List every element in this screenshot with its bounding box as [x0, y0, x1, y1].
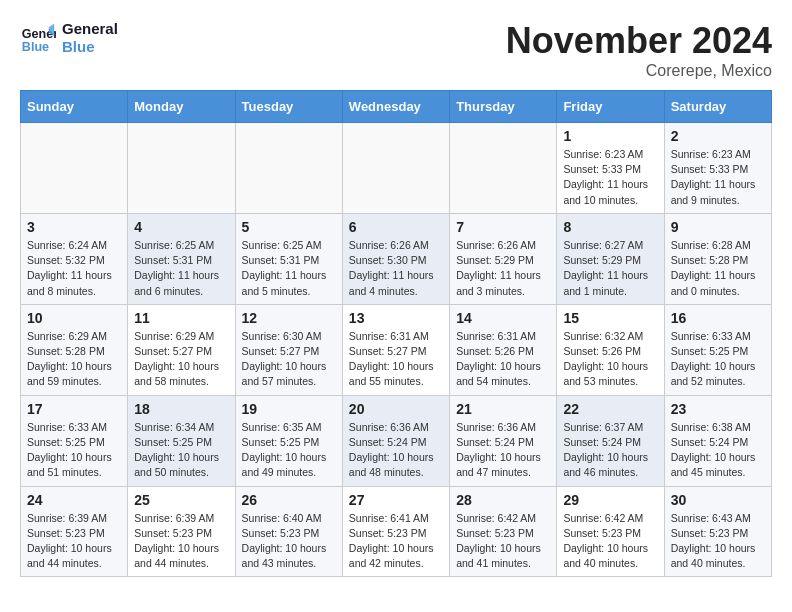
logo: General Blue General Blue	[20, 20, 118, 56]
calendar-cell	[21, 123, 128, 214]
day-number: 18	[134, 401, 228, 417]
day-info: Sunrise: 6:31 AM Sunset: 5:27 PM Dayligh…	[349, 329, 443, 390]
calendar-cell	[450, 123, 557, 214]
day-info: Sunrise: 6:36 AM Sunset: 5:24 PM Dayligh…	[349, 420, 443, 481]
calendar-cell: 19Sunrise: 6:35 AM Sunset: 5:25 PM Dayli…	[235, 395, 342, 486]
calendar-cell: 2Sunrise: 6:23 AM Sunset: 5:33 PM Daylig…	[664, 123, 771, 214]
calendar-header-wednesday: Wednesday	[342, 91, 449, 123]
day-info: Sunrise: 6:37 AM Sunset: 5:24 PM Dayligh…	[563, 420, 657, 481]
day-number: 1	[563, 128, 657, 144]
calendar-cell: 12Sunrise: 6:30 AM Sunset: 5:27 PM Dayli…	[235, 304, 342, 395]
day-number: 16	[671, 310, 765, 326]
calendar-cell: 15Sunrise: 6:32 AM Sunset: 5:26 PM Dayli…	[557, 304, 664, 395]
day-info: Sunrise: 6:26 AM Sunset: 5:29 PM Dayligh…	[456, 238, 550, 299]
day-number: 10	[27, 310, 121, 326]
day-number: 13	[349, 310, 443, 326]
day-number: 8	[563, 219, 657, 235]
day-number: 5	[242, 219, 336, 235]
calendar-header-saturday: Saturday	[664, 91, 771, 123]
day-info: Sunrise: 6:41 AM Sunset: 5:23 PM Dayligh…	[349, 511, 443, 572]
day-number: 9	[671, 219, 765, 235]
day-info: Sunrise: 6:33 AM Sunset: 5:25 PM Dayligh…	[27, 420, 121, 481]
calendar-cell: 21Sunrise: 6:36 AM Sunset: 5:24 PM Dayli…	[450, 395, 557, 486]
day-info: Sunrise: 6:26 AM Sunset: 5:30 PM Dayligh…	[349, 238, 443, 299]
calendar-cell: 1Sunrise: 6:23 AM Sunset: 5:33 PM Daylig…	[557, 123, 664, 214]
day-info: Sunrise: 6:36 AM Sunset: 5:24 PM Dayligh…	[456, 420, 550, 481]
calendar-cell: 4Sunrise: 6:25 AM Sunset: 5:31 PM Daylig…	[128, 213, 235, 304]
day-info: Sunrise: 6:40 AM Sunset: 5:23 PM Dayligh…	[242, 511, 336, 572]
logo-blue: Blue	[62, 38, 118, 56]
calendar-cell: 16Sunrise: 6:33 AM Sunset: 5:25 PM Dayli…	[664, 304, 771, 395]
calendar-week-3: 10Sunrise: 6:29 AM Sunset: 5:28 PM Dayli…	[21, 304, 772, 395]
day-number: 7	[456, 219, 550, 235]
calendar-cell: 27Sunrise: 6:41 AM Sunset: 5:23 PM Dayli…	[342, 486, 449, 577]
day-info: Sunrise: 6:33 AM Sunset: 5:25 PM Dayligh…	[671, 329, 765, 390]
day-info: Sunrise: 6:42 AM Sunset: 5:23 PM Dayligh…	[456, 511, 550, 572]
calendar-cell: 28Sunrise: 6:42 AM Sunset: 5:23 PM Dayli…	[450, 486, 557, 577]
day-info: Sunrise: 6:25 AM Sunset: 5:31 PM Dayligh…	[134, 238, 228, 299]
calendar-week-5: 24Sunrise: 6:39 AM Sunset: 5:23 PM Dayli…	[21, 486, 772, 577]
day-info: Sunrise: 6:32 AM Sunset: 5:26 PM Dayligh…	[563, 329, 657, 390]
calendar-body: 1Sunrise: 6:23 AM Sunset: 5:33 PM Daylig…	[21, 123, 772, 577]
calendar-week-1: 1Sunrise: 6:23 AM Sunset: 5:33 PM Daylig…	[21, 123, 772, 214]
calendar-header-row: SundayMondayTuesdayWednesdayThursdayFrid…	[21, 91, 772, 123]
calendar-cell: 10Sunrise: 6:29 AM Sunset: 5:28 PM Dayli…	[21, 304, 128, 395]
day-info: Sunrise: 6:25 AM Sunset: 5:31 PM Dayligh…	[242, 238, 336, 299]
month-title: November 2024	[506, 20, 772, 62]
calendar-header-sunday: Sunday	[21, 91, 128, 123]
calendar-header-friday: Friday	[557, 91, 664, 123]
day-number: 2	[671, 128, 765, 144]
day-number: 29	[563, 492, 657, 508]
day-info: Sunrise: 6:29 AM Sunset: 5:28 PM Dayligh…	[27, 329, 121, 390]
day-number: 20	[349, 401, 443, 417]
day-number: 25	[134, 492, 228, 508]
day-info: Sunrise: 6:39 AM Sunset: 5:23 PM Dayligh…	[134, 511, 228, 572]
calendar-week-2: 3Sunrise: 6:24 AM Sunset: 5:32 PM Daylig…	[21, 213, 772, 304]
calendar-cell	[235, 123, 342, 214]
day-number: 14	[456, 310, 550, 326]
day-number: 3	[27, 219, 121, 235]
day-number: 28	[456, 492, 550, 508]
day-info: Sunrise: 6:43 AM Sunset: 5:23 PM Dayligh…	[671, 511, 765, 572]
calendar-cell: 9Sunrise: 6:28 AM Sunset: 5:28 PM Daylig…	[664, 213, 771, 304]
day-number: 4	[134, 219, 228, 235]
calendar-header-monday: Monday	[128, 91, 235, 123]
calendar-cell: 23Sunrise: 6:38 AM Sunset: 5:24 PM Dayli…	[664, 395, 771, 486]
day-info: Sunrise: 6:27 AM Sunset: 5:29 PM Dayligh…	[563, 238, 657, 299]
day-info: Sunrise: 6:29 AM Sunset: 5:27 PM Dayligh…	[134, 329, 228, 390]
calendar-header-thursday: Thursday	[450, 91, 557, 123]
day-info: Sunrise: 6:35 AM Sunset: 5:25 PM Dayligh…	[242, 420, 336, 481]
calendar-cell: 22Sunrise: 6:37 AM Sunset: 5:24 PM Dayli…	[557, 395, 664, 486]
day-number: 24	[27, 492, 121, 508]
location: Corerepe, Mexico	[506, 62, 772, 80]
day-info: Sunrise: 6:39 AM Sunset: 5:23 PM Dayligh…	[27, 511, 121, 572]
calendar-cell: 14Sunrise: 6:31 AM Sunset: 5:26 PM Dayli…	[450, 304, 557, 395]
day-number: 6	[349, 219, 443, 235]
title-area: November 2024 Corerepe, Mexico	[506, 20, 772, 80]
logo-icon: General Blue	[20, 20, 56, 56]
day-info: Sunrise: 6:23 AM Sunset: 5:33 PM Dayligh…	[563, 147, 657, 208]
calendar-cell: 29Sunrise: 6:42 AM Sunset: 5:23 PM Dayli…	[557, 486, 664, 577]
calendar-cell: 26Sunrise: 6:40 AM Sunset: 5:23 PM Dayli…	[235, 486, 342, 577]
day-number: 30	[671, 492, 765, 508]
day-info: Sunrise: 6:34 AM Sunset: 5:25 PM Dayligh…	[134, 420, 228, 481]
calendar-cell: 11Sunrise: 6:29 AM Sunset: 5:27 PM Dayli…	[128, 304, 235, 395]
calendar-week-4: 17Sunrise: 6:33 AM Sunset: 5:25 PM Dayli…	[21, 395, 772, 486]
calendar-cell: 8Sunrise: 6:27 AM Sunset: 5:29 PM Daylig…	[557, 213, 664, 304]
calendar-cell	[128, 123, 235, 214]
day-info: Sunrise: 6:38 AM Sunset: 5:24 PM Dayligh…	[671, 420, 765, 481]
day-info: Sunrise: 6:24 AM Sunset: 5:32 PM Dayligh…	[27, 238, 121, 299]
header: General Blue General Blue November 2024 …	[20, 20, 772, 80]
calendar-cell: 3Sunrise: 6:24 AM Sunset: 5:32 PM Daylig…	[21, 213, 128, 304]
calendar-cell: 18Sunrise: 6:34 AM Sunset: 5:25 PM Dayli…	[128, 395, 235, 486]
calendar-header-tuesday: Tuesday	[235, 91, 342, 123]
calendar-cell: 7Sunrise: 6:26 AM Sunset: 5:29 PM Daylig…	[450, 213, 557, 304]
day-number: 12	[242, 310, 336, 326]
day-number: 22	[563, 401, 657, 417]
day-number: 11	[134, 310, 228, 326]
day-info: Sunrise: 6:31 AM Sunset: 5:26 PM Dayligh…	[456, 329, 550, 390]
calendar-cell: 20Sunrise: 6:36 AM Sunset: 5:24 PM Dayli…	[342, 395, 449, 486]
calendar-cell: 24Sunrise: 6:39 AM Sunset: 5:23 PM Dayli…	[21, 486, 128, 577]
day-info: Sunrise: 6:28 AM Sunset: 5:28 PM Dayligh…	[671, 238, 765, 299]
calendar-cell: 5Sunrise: 6:25 AM Sunset: 5:31 PM Daylig…	[235, 213, 342, 304]
